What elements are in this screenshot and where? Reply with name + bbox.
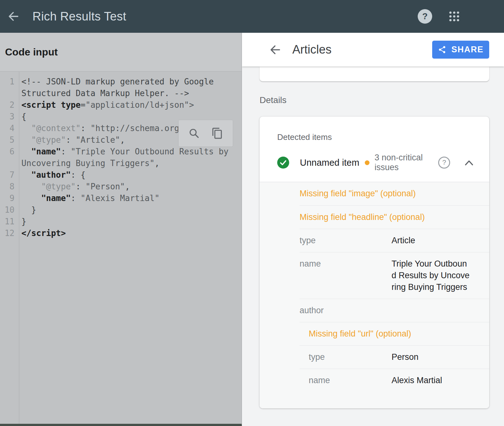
missing-field-row[interactable]: Missing field "image" (optional) — [300, 182, 489, 205]
app-bar: Rich Results Test ? — [0, 0, 504, 33]
line-number: 7 — [0, 169, 19, 181]
field-value: Triple Your Outbound Results by Uncoveri… — [392, 258, 470, 293]
detail-row-type: typeArticle — [300, 229, 489, 252]
results-back-button[interactable] — [269, 43, 282, 56]
code-line-text: "author": { — [19, 169, 239, 181]
search-icon — [188, 127, 200, 139]
detail-row-type: typePerson — [300, 345, 489, 369]
detected-items-title: Detected items — [260, 117, 489, 150]
code-line: 11} — [0, 216, 242, 227]
line-number: 8 — [0, 181, 19, 193]
detail-row-name: nameTriple Your Outbound Results by Unco… — [300, 252, 489, 299]
code-line-text: </script> — [19, 227, 239, 239]
code-line: 1<!-- JSON-LD markup generated by Google… — [0, 76, 242, 99]
success-check-icon — [277, 157, 289, 169]
line-number: 6 — [0, 146, 19, 158]
field-value: Article — [392, 235, 470, 246]
missing-field-row[interactable]: Missing field "headline" (optional) — [300, 205, 489, 229]
detail-row-name: nameAlexis Martial — [300, 369, 489, 392]
issues-summary: 3 non-critical issues — [365, 153, 429, 172]
code-line-text: } — [19, 216, 239, 227]
code-copy-button[interactable] — [211, 127, 223, 139]
code-input-header: Code input — [0, 33, 242, 72]
missing-field-text[interactable]: Missing field "image" (optional) — [300, 188, 416, 199]
collapse-button[interactable] — [464, 159, 474, 166]
line-number: 2 — [0, 99, 19, 111]
code-line: 2<script type="application/ld+json"> — [0, 99, 242, 111]
back-icon[interactable] — [7, 10, 20, 23]
detected-items-card: Detected items Unnamed item 3 non-critic… — [260, 117, 489, 408]
share-icon — [438, 45, 446, 54]
share-button[interactable]: SHARE — [432, 41, 489, 59]
results-panel: Articles SHARE Details Detected items — [242, 33, 504, 426]
details-label: Details — [260, 95, 489, 105]
field-label: type — [300, 235, 392, 246]
apps-grid-icon[interactable] — [449, 11, 460, 22]
share-button-label: SHARE — [451, 45, 484, 55]
line-number: 11 — [0, 216, 19, 227]
warning-dot-icon — [365, 160, 369, 165]
field-value: Alexis Martial — [392, 375, 470, 386]
back-arrow-icon — [7, 10, 20, 23]
line-number: 3 — [0, 111, 19, 123]
detected-item-row[interactable]: Unnamed item 3 non-critical issues ? — [260, 150, 489, 182]
results-title: Articles — [292, 43, 332, 56]
code-lines: 1<!-- JSON-LD markup generated by Google… — [0, 76, 242, 239]
missing-field-text[interactable]: Missing field "url" (optional) — [309, 328, 411, 340]
field-label: author — [300, 305, 392, 316]
field-label: name — [309, 375, 392, 386]
missing-field-text[interactable]: Missing field "headline" (optional) — [300, 211, 425, 223]
code-line-text: <!-- JSON-LD markup generated by Google … — [19, 76, 239, 99]
apps-grid-dots — [449, 11, 460, 22]
chevron-up-icon — [464, 159, 474, 166]
code-line: 7 "author": { — [0, 169, 242, 181]
partial-card — [260, 66, 489, 81]
code-line: 8 "@type": "Person", — [0, 181, 242, 193]
issues-help-icon[interactable]: ? — [438, 157, 450, 169]
missing-field-row[interactable]: Missing field "url" (optional) — [300, 322, 489, 345]
code-line-text: "name": "Alexis Martial" — [19, 193, 239, 204]
code-search-button[interactable] — [188, 127, 200, 139]
detected-item-name: Unnamed item — [300, 157, 365, 169]
line-number: 9 — [0, 193, 19, 204]
copy-icon — [211, 127, 223, 139]
code-editor[interactable]: 1<!-- JSON-LD markup generated by Google… — [0, 72, 242, 424]
code-toolbar — [178, 120, 233, 147]
code-line: 12</script> — [0, 227, 242, 239]
app-title: Rich Results Test — [32, 10, 126, 23]
line-number: 10 — [0, 204, 19, 216]
line-number: 12 — [0, 227, 19, 239]
line-number: 5 — [0, 134, 19, 146]
field-label: name — [300, 258, 392, 270]
field-value: Person — [392, 351, 470, 363]
results-body: Details Detected items Unnamed item 3 no… — [242, 66, 504, 426]
results-header: Articles SHARE — [242, 33, 504, 66]
line-number: 4 — [0, 123, 19, 134]
field-label: type — [309, 351, 392, 363]
line-number: 1 — [0, 76, 19, 88]
code-input-panel: Code input 1<!-- JSON-LD markup generate… — [0, 33, 242, 426]
detail-rows: Missing field "image" (optional)Missing … — [260, 182, 489, 408]
code-line-text: "@type": "Person", — [19, 181, 239, 193]
code-line-text: } — [19, 204, 239, 216]
code-line: 10 } — [0, 204, 242, 216]
detail-row-author: author — [300, 299, 489, 322]
gutter-divider — [19, 72, 19, 424]
code-line: 9 "name": "Alexis Martial" — [0, 193, 242, 204]
code-line-text: "name": "Triple Your Outbound Results by… — [19, 146, 239, 169]
code-line: 6 "name": "Triple Your Outbound Results … — [0, 146, 242, 169]
help-icon[interactable]: ? — [418, 9, 432, 24]
back-arrow-icon — [269, 43, 282, 56]
code-input-title: Code input — [5, 46, 58, 58]
issues-count-text: 3 non-critical issues — [375, 153, 429, 172]
code-line-text: <script type="application/ld+json"> — [19, 99, 239, 111]
